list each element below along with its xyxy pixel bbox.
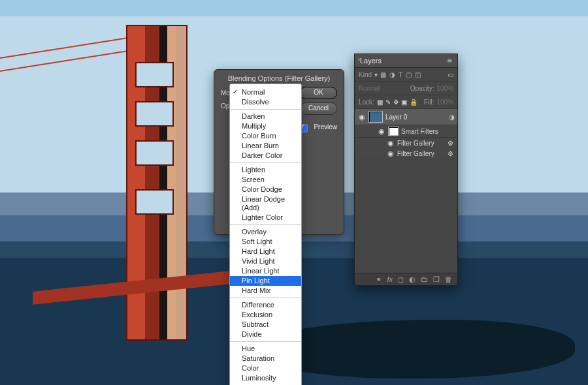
lock-position-icon[interactable]: ✥ bbox=[393, 99, 399, 106]
delete-layer-icon[interactable]: 🗑 bbox=[445, 275, 452, 283]
visibility-eye-icon[interactable]: ◉ bbox=[386, 139, 395, 147]
shape-layer-icon[interactable]: ▢ bbox=[406, 71, 412, 78]
blend-mode-option[interactable]: Subtract bbox=[230, 320, 301, 330]
lock-pixels-icon[interactable]: ✎ bbox=[385, 99, 391, 106]
lock-label: Lock: bbox=[359, 99, 374, 106]
blend-mode-option[interactable]: Color bbox=[230, 363, 301, 373]
blend-mode-option[interactable]: Screen bbox=[230, 175, 301, 185]
blend-mode-option[interactable]: Hard Mix bbox=[230, 286, 301, 296]
blend-mode-option[interactable]: Lighten bbox=[230, 165, 301, 175]
filter-options-icon[interactable]: ⚙ bbox=[448, 140, 453, 147]
layer-row[interactable]: ◉ Layer 0 ◑ bbox=[355, 109, 457, 125]
blend-mode-option[interactable]: Lighter Color bbox=[230, 213, 301, 223]
filter-kind-row: Kind ▾ ▦ ◑ T ▢ ◫ ▭ bbox=[355, 68, 457, 82]
opacity-value[interactable]: 100% bbox=[436, 85, 453, 92]
blend-mode-option[interactable]: Normal bbox=[230, 87, 301, 97]
fill-value[interactable]: 100% bbox=[436, 99, 453, 106]
visibility-eye-icon[interactable]: ◉ bbox=[386, 149, 395, 158]
close-icon[interactable]: × bbox=[357, 56, 361, 63]
opacity-label: Opacity: bbox=[410, 85, 434, 92]
lock-transparent-icon[interactable]: ▦ bbox=[377, 99, 383, 106]
tower-window bbox=[135, 189, 174, 215]
visibility-eye-icon[interactable]: ◉ bbox=[357, 113, 366, 121]
lock-artboard-icon[interactable]: ▣ bbox=[401, 99, 407, 106]
blend-mode-option[interactable]: Linear Burn bbox=[230, 141, 301, 151]
filter-toggle-switch[interactable]: ▭ bbox=[448, 71, 453, 78]
new-adjustment-icon[interactable]: ◐ bbox=[409, 275, 416, 284]
blend-mode-option[interactable]: Overlay bbox=[230, 227, 301, 237]
visibility-eye-icon[interactable]: ◉ bbox=[377, 127, 385, 136]
smart-filter-item[interactable]: ◉Filter Gallery⚙ bbox=[355, 148, 457, 159]
blend-mode-option[interactable]: Linear Light bbox=[230, 266, 301, 276]
filter-mask-thumbnail[interactable] bbox=[388, 127, 399, 136]
blend-mode-option[interactable]: Color Dodge bbox=[230, 185, 301, 194]
layer-style-icon[interactable]: fx bbox=[387, 275, 393, 283]
blend-mode-menu[interactable]: NormalDissolveDarkenMultiplyColor BurnLi… bbox=[229, 84, 302, 385]
add-mask-icon[interactable]: ◻ bbox=[398, 275, 404, 284]
smart-filters-header[interactable]: ◉ Smart Filters bbox=[355, 125, 457, 138]
new-group-icon[interactable]: 🗀 bbox=[421, 275, 428, 283]
blend-mode-option[interactable]: Pin Light bbox=[230, 276, 301, 286]
tower-window bbox=[135, 140, 174, 166]
layer-thumbnail[interactable] bbox=[368, 111, 383, 123]
blend-mode-option[interactable]: Dissolve bbox=[230, 97, 301, 107]
kind-dropdown-icon[interactable]: ▾ bbox=[374, 71, 378, 78]
filter-name: Filter Gallery bbox=[397, 150, 434, 157]
blend-mode-option[interactable]: Darker Color bbox=[230, 151, 301, 161]
layers-panel: × Layers ≡ Kind ▾ ▦ ◑ T ▢ ◫ ▭ Normal Opa… bbox=[354, 54, 458, 286]
tower-window bbox=[135, 62, 174, 87]
lock-fill-row: Lock: ▦ ✎ ✥ ▣ 🔒 Fill: 100% bbox=[355, 95, 457, 109]
blend-mode-option[interactable]: Luminosity bbox=[230, 373, 301, 383]
blend-mode-option[interactable]: Divide bbox=[230, 330, 301, 339]
layers-tab[interactable]: Layers ≡ bbox=[355, 54, 457, 68]
layers-tab-label: Layers bbox=[360, 54, 382, 67]
layer-name[interactable]: Layer 0 bbox=[385, 114, 446, 121]
preview-label: Preview bbox=[314, 123, 337, 131]
blend-mode-option[interactable]: Multiply bbox=[230, 121, 301, 131]
kind-filter-icons: ▦ ◑ T ▢ ◫ bbox=[380, 71, 421, 78]
layers-footer: ⚭ fx ◻ ◐ 🗀 ❐ 🗑 bbox=[355, 273, 457, 285]
fill-label: Fill: bbox=[424, 99, 434, 106]
type-layer-icon[interactable]: T bbox=[399, 71, 402, 78]
panel-menu-icon[interactable]: ≡ bbox=[447, 54, 452, 67]
blend-mode-option[interactable]: Darken bbox=[230, 112, 301, 121]
smartobject-layer-icon[interactable]: ◫ bbox=[415, 71, 421, 78]
smart-object-badge-icon[interactable]: ◑ bbox=[449, 114, 455, 121]
lock-all-icon[interactable]: 🔒 bbox=[410, 99, 417, 106]
blend-mode-option[interactable]: Hard Light bbox=[230, 247, 301, 256]
blend-mode-option[interactable]: Soft Light bbox=[230, 237, 301, 247]
cancel-button[interactable]: Cancel bbox=[300, 102, 337, 115]
smart-filter-item[interactable]: ◉Filter Gallery⚙ bbox=[355, 138, 457, 148]
link-layers-icon[interactable]: ⚭ bbox=[376, 275, 382, 284]
adjustment-layer-icon[interactable]: ◑ bbox=[389, 71, 395, 78]
new-layer-icon[interactable]: ❐ bbox=[433, 275, 440, 284]
layer-blend-mode[interactable]: Normal bbox=[359, 85, 380, 92]
smart-filters-label: Smart Filters bbox=[401, 128, 438, 135]
blend-mode-option[interactable]: Color Burn bbox=[230, 131, 301, 141]
blend-mode-option[interactable]: Linear Dodge (Add) bbox=[230, 194, 301, 213]
blend-opacity-row: Normal Opacity: 100% bbox=[355, 82, 457, 95]
pixel-layer-icon[interactable]: ▦ bbox=[380, 71, 386, 78]
blend-mode-option[interactable]: Difference bbox=[230, 300, 301, 310]
blend-mode-option[interactable]: Exclusion bbox=[230, 310, 301, 320]
blend-mode-option[interactable]: Vivid Light bbox=[230, 256, 301, 266]
kind-label: Kind bbox=[359, 71, 372, 78]
filter-name: Filter Gallery bbox=[397, 140, 434, 147]
blend-mode-option[interactable]: Hue bbox=[230, 344, 301, 354]
ok-button[interactable]: OK bbox=[300, 87, 337, 99]
filter-options-icon[interactable]: ⚙ bbox=[448, 150, 453, 157]
tower-window bbox=[135, 101, 174, 127]
blend-mode-option[interactable]: Saturation bbox=[230, 354, 301, 363]
